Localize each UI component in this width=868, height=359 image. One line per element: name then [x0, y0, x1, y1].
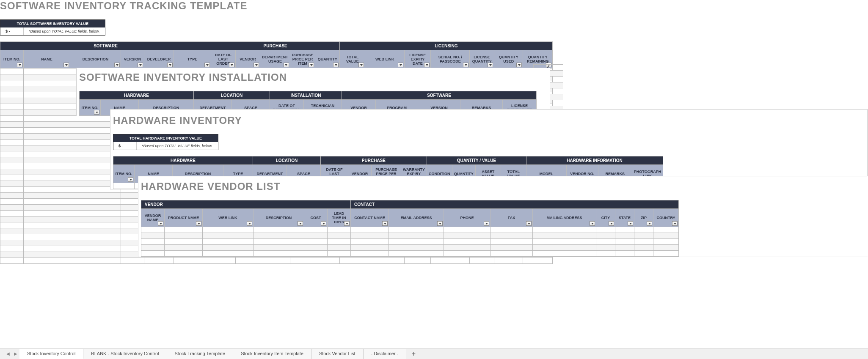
- cell[interactable]: [24, 205, 70, 211]
- cell[interactable]: [0, 74, 24, 80]
- cell[interactable]: [304, 233, 328, 239]
- cell[interactable]: [0, 181, 24, 187]
- cell[interactable]: [351, 227, 389, 233]
- cell[interactable]: [533, 239, 596, 245]
- filter-dropdown-icon[interactable]: [672, 221, 678, 226]
- cell[interactable]: [0, 116, 24, 122]
- filter-dropdown-icon[interactable]: [128, 177, 133, 182]
- filter-dropdown-icon[interactable]: [516, 63, 522, 67]
- cell[interactable]: [304, 227, 328, 233]
- table-row[interactable]: [141, 227, 679, 233]
- sheet-tab[interactable]: Stock Inventory Control: [19, 349, 83, 359]
- column-header[interactable]: CONTACT NAME: [351, 209, 389, 227]
- filter-dropdown-icon[interactable]: [333, 63, 339, 67]
- cell[interactable]: [340, 258, 365, 264]
- cell[interactable]: [254, 227, 304, 233]
- cell[interactable]: [596, 233, 615, 239]
- filter-dropdown-icon[interactable]: [196, 221, 201, 226]
- cell[interactable]: [0, 69, 24, 74]
- cell[interactable]: [351, 245, 389, 251]
- cell[interactable]: [70, 222, 121, 228]
- cell[interactable]: [0, 222, 24, 228]
- cell[interactable]: [70, 216, 121, 222]
- filter-dropdown-icon[interactable]: [138, 63, 143, 67]
- column-header[interactable]: NAME: [24, 50, 70, 69]
- cell[interactable]: [24, 211, 70, 216]
- cell[interactable]: [490, 227, 533, 233]
- cell[interactable]: [203, 233, 254, 239]
- filter-dropdown-icon[interactable]: [590, 221, 595, 226]
- cell[interactable]: [0, 216, 24, 222]
- cell[interactable]: [444, 233, 490, 239]
- cell[interactable]: [254, 251, 304, 257]
- cell[interactable]: [0, 128, 24, 134]
- cell[interactable]: [260, 258, 290, 264]
- cell[interactable]: [365, 258, 405, 264]
- cell[interactable]: [0, 145, 24, 151]
- filter-dropdown-icon[interactable]: [437, 221, 443, 226]
- filter-dropdown-icon[interactable]: [204, 63, 210, 67]
- column-header[interactable]: TOTAL VALUE: [340, 50, 365, 69]
- cell[interactable]: [328, 245, 351, 251]
- column-header[interactable]: LICENSE QUANTITY: [470, 50, 494, 69]
- cell[interactable]: [0, 140, 24, 145]
- cell[interactable]: [0, 211, 24, 216]
- cell[interactable]: [444, 239, 490, 245]
- filter-dropdown-icon[interactable]: [609, 221, 614, 226]
- column-header[interactable]: WEB LINK: [365, 50, 405, 69]
- table-row[interactable]: [141, 239, 679, 245]
- cell[interactable]: [0, 169, 24, 175]
- cell[interactable]: [24, 80, 70, 86]
- filter-dropdown-icon[interactable]: [229, 63, 234, 67]
- column-header[interactable]: DEVELOPER: [144, 50, 174, 69]
- cell[interactable]: [490, 251, 533, 257]
- cell[interactable]: [523, 258, 553, 264]
- cell[interactable]: [24, 69, 70, 74]
- cell[interactable]: [165, 245, 203, 251]
- cell[interactable]: [615, 227, 634, 233]
- column-header[interactable]: DEPARTMENT USAGE: [260, 50, 290, 69]
- cell[interactable]: [653, 245, 679, 251]
- cell[interactable]: [70, 258, 121, 264]
- cell[interactable]: [304, 239, 328, 245]
- cell[interactable]: [351, 233, 389, 239]
- cell[interactable]: [24, 240, 70, 246]
- filter-dropdown-icon[interactable]: [94, 110, 99, 115]
- cell[interactable]: [254, 239, 304, 245]
- filter-dropdown-icon[interactable]: [158, 221, 163, 226]
- cell[interactable]: [615, 251, 634, 257]
- sheet-tab[interactable]: Stock Tracking Template: [167, 349, 234, 359]
- cell[interactable]: [70, 193, 121, 199]
- cell[interactable]: [0, 151, 24, 157]
- cell[interactable]: [615, 245, 634, 251]
- cell[interactable]: [254, 245, 304, 251]
- sheet-tab[interactable]: Stock Vendor List: [311, 349, 364, 359]
- add-sheet-button[interactable]: +: [409, 349, 418, 359]
- column-header[interactable]: STATE: [615, 209, 634, 227]
- cell[interactable]: [0, 110, 24, 116]
- column-header[interactable]: DESCRIPTION: [70, 50, 121, 69]
- cell[interactable]: [533, 251, 596, 257]
- filter-dropdown-icon[interactable]: [309, 63, 314, 67]
- cell[interactable]: [24, 222, 70, 228]
- filter-dropdown-icon[interactable]: [254, 63, 259, 67]
- cell[interactable]: [653, 251, 679, 257]
- cell[interactable]: [0, 98, 24, 104]
- cell[interactable]: [304, 245, 328, 251]
- cell[interactable]: [70, 211, 121, 216]
- cell[interactable]: [24, 246, 70, 252]
- cell[interactable]: [24, 175, 70, 181]
- cell[interactable]: [389, 251, 444, 257]
- cell[interactable]: [24, 74, 70, 80]
- column-header[interactable]: LEAD TIME IN DAYS: [328, 209, 351, 227]
- cell[interactable]: [444, 245, 490, 251]
- cell[interactable]: [634, 233, 653, 239]
- cell[interactable]: [70, 246, 121, 252]
- cell[interactable]: [634, 239, 653, 245]
- cell[interactable]: [24, 86, 70, 92]
- cell[interactable]: [24, 169, 70, 175]
- cell[interactable]: [653, 227, 679, 233]
- cell[interactable]: [141, 227, 165, 233]
- cell[interactable]: [254, 233, 304, 239]
- cell[interactable]: [351, 239, 389, 245]
